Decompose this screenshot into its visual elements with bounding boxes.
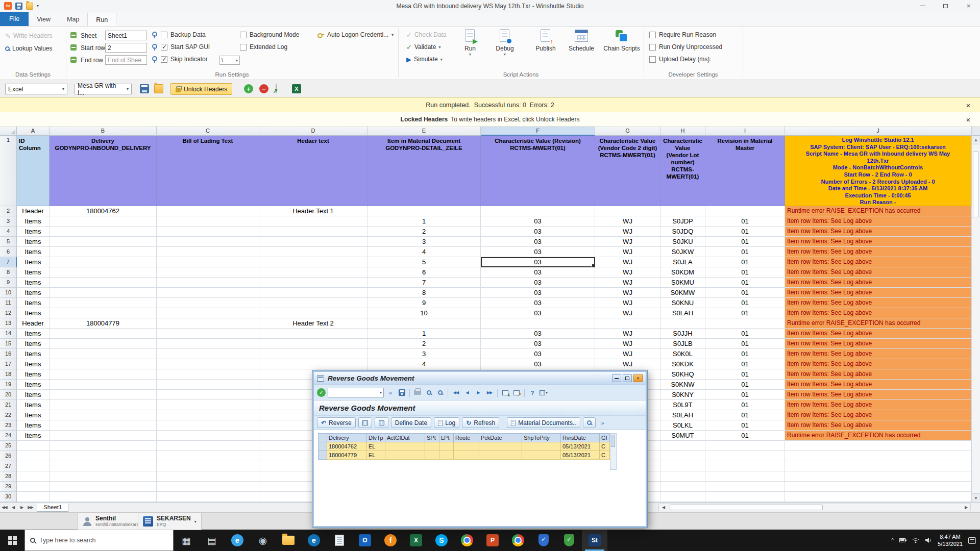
column-header-B[interactable]: B [50, 127, 157, 136]
dialog-cell-PckDate-2[interactable] [479, 451, 522, 460]
dialog-column-RvrsDate[interactable]: RvrsDate [561, 433, 600, 442]
simulate-button[interactable]: ▶ Simulate▾ [406, 56, 443, 63]
close-icon[interactable]: × [957, 0, 980, 12]
row-header-7[interactable]: 7 [0, 257, 17, 267]
cell-I24[interactable]: 01 [705, 431, 785, 441]
cell-D8[interactable] [259, 267, 368, 278]
cell-G12[interactable]: WJ [595, 308, 660, 318]
maximize-icon[interactable] [934, 0, 957, 12]
reverse-button[interactable]: ↶ Reverse [317, 417, 356, 428]
network-icon[interactable] [912, 537, 919, 543]
enter-icon[interactable]: ✓ [317, 388, 326, 397]
cell-J30[interactable] [785, 492, 971, 502]
cell-H27[interactable] [660, 461, 705, 471]
cell-H10[interactable]: S0KMW [660, 288, 705, 298]
dialog-cell-DlvTp-2[interactable]: EL [367, 451, 385, 460]
cell-F15[interactable]: 03 [481, 339, 595, 349]
chrome-taskbar-button[interactable] [454, 530, 480, 551]
cell-D7[interactable] [259, 257, 368, 267]
cell-G10[interactable]: WJ [595, 288, 660, 298]
cell-A23[interactable]: Items [17, 420, 50, 431]
add-icon[interactable]: + [244, 84, 253, 93]
column-header-I[interactable]: I [705, 127, 785, 136]
cell-A18[interactable]: Items [17, 369, 50, 380]
cell-I23[interactable]: 01 [705, 420, 785, 431]
cell-E15[interactable]: 2 [368, 339, 481, 349]
powerpoint-taskbar-button[interactable]: P [480, 530, 505, 551]
row-header-3[interactable]: 3 [0, 216, 17, 227]
row-header-14[interactable]: 14 [0, 329, 17, 339]
dialog-cell-Route-1[interactable] [454, 442, 479, 451]
chrome-profile-taskbar-button[interactable] [505, 530, 531, 551]
run-only-unprocessed-checkbox[interactable]: Run Only Unprocessed [649, 43, 722, 51]
background-mode-checkbox[interactable]: Background Mode [240, 31, 299, 38]
cell-E6[interactable]: 4 [368, 247, 481, 257]
cell-G11[interactable]: WJ [595, 298, 660, 308]
next-sheet-icon[interactable]: ▶ [17, 505, 26, 510]
cell-I16[interactable]: 01 [705, 349, 785, 359]
cell-J24[interactable]: Runtime error RAISE_EXCEPTION has occurr… [785, 431, 971, 441]
volume-icon[interactable] [925, 537, 932, 543]
cell-C18[interactable] [157, 369, 259, 380]
last-sheet-icon[interactable]: ▶▶ [26, 505, 35, 510]
cell-A7[interactable]: Items [17, 257, 50, 267]
cell-F14[interactable]: 03 [481, 329, 595, 339]
row-header-12[interactable]: 12 [0, 308, 17, 318]
cell-F13[interactable] [481, 318, 595, 329]
cell-C12[interactable] [157, 308, 259, 318]
cell-J23[interactable]: Item row Items: See Log above [785, 420, 971, 431]
cell-D3[interactable] [259, 216, 368, 227]
minimize-icon[interactable] [911, 0, 934, 12]
cell-H2[interactable] [660, 206, 705, 216]
cell-C13[interactable] [157, 318, 259, 329]
cell-J21[interactable]: Item row Items: See Log above [785, 400, 971, 410]
dialog-cell-ShpToPrty-1[interactable] [522, 442, 561, 451]
row-header-27[interactable]: 27 [0, 461, 17, 471]
cell-I28[interactable] [705, 471, 785, 482]
row-header-6[interactable]: 6 [0, 247, 17, 257]
row-header-8[interactable]: 8 [0, 267, 17, 278]
row-header-29[interactable]: 29 [0, 482, 17, 492]
cell-D13[interactable]: Header Text 2 [259, 318, 368, 329]
cell-H23[interactable]: S0LKL [660, 420, 705, 431]
cell-B20[interactable] [50, 390, 157, 400]
cell-D16[interactable] [259, 349, 368, 359]
cell-J8[interactable]: Item row Items: See Log above [785, 267, 971, 278]
cell-I21[interactable]: 01 [705, 400, 785, 410]
cell-H20[interactable]: S0KNY [660, 390, 705, 400]
cell-B3[interactable] [50, 216, 157, 227]
cell-I11[interactable]: 01 [705, 298, 785, 308]
dialog-cell-SPt-2[interactable] [425, 451, 439, 460]
end-row-lock-icon[interactable] [151, 56, 157, 63]
cell-C10[interactable] [157, 288, 259, 298]
cell-E4[interactable]: 2 [368, 227, 481, 237]
sheet-input[interactable] [105, 31, 147, 40]
cell-H22[interactable]: S0LAH [660, 410, 705, 420]
cell-H19[interactable]: S0KNW [660, 380, 705, 390]
cell-H7[interactable]: S0JLA [660, 257, 705, 267]
cell-D4[interactable] [259, 227, 368, 237]
cell-J18[interactable]: Item row Items: See Log above [785, 369, 971, 380]
remove-icon[interactable]: − [259, 84, 268, 93]
cell-B9[interactable] [50, 278, 157, 288]
cell-B24[interactable] [50, 431, 157, 441]
dialog-select-all-icon[interactable] [318, 433, 327, 442]
horizontal-scrollbar[interactable]: ◀ ▶ [658, 504, 971, 511]
cell-B27[interactable] [50, 461, 157, 471]
dialog-cell-Delivery-1[interactable]: 180004762 [327, 442, 367, 451]
cell-B23[interactable] [50, 420, 157, 431]
dialog-column-ShpToPrty[interactable]: ShpToPrty [522, 433, 561, 442]
cell-J17[interactable]: Item row Items: See Log above [785, 359, 971, 369]
cell-H26[interactable] [660, 451, 705, 461]
cell-A15[interactable]: Items [17, 339, 50, 349]
cell-D9[interactable] [259, 278, 368, 288]
dialog-cell-Route-2[interactable] [454, 451, 479, 460]
cell-A20[interactable]: Items [17, 390, 50, 400]
cell-A2[interactable]: Header [17, 206, 50, 216]
cell-C30[interactable] [157, 492, 259, 502]
dialog-save-icon[interactable] [397, 388, 406, 397]
cell-A12[interactable]: Items [17, 308, 50, 318]
cell-C28[interactable] [157, 471, 259, 482]
column-header-H[interactable]: H [660, 127, 705, 136]
cell-J25[interactable] [785, 441, 971, 451]
